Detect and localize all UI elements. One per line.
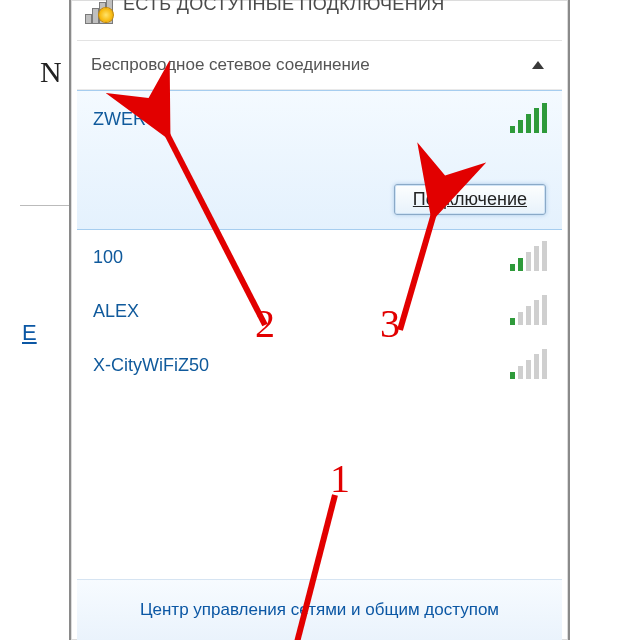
signal-strength-icon bbox=[510, 351, 548, 379]
bg-link-fragment: E bbox=[22, 320, 37, 346]
signal-strength-icon bbox=[510, 105, 548, 133]
network-item-alex[interactable]: ALEX bbox=[77, 284, 562, 338]
signal-strength-icon bbox=[510, 297, 548, 325]
network-item-zwer[interactable]: ZWER Подключение bbox=[77, 90, 562, 230]
network-flyout: ЕСТЬ ДОСТУПНЫЕ ПОДКЛЮЧЕНИЯ Беспроводное … bbox=[69, 0, 570, 640]
network-item-xcity[interactable]: X-CityWiFiZ50 bbox=[77, 338, 562, 392]
network-list: ZWER Подключение 100 ALEX X-CityWiFi bbox=[77, 90, 562, 392]
section-title: Беспроводное сетевое соединение bbox=[91, 55, 370, 75]
network-ssid: X-CityWiFiZ50 bbox=[93, 355, 209, 376]
network-ssid: ZWER bbox=[93, 109, 146, 130]
signal-strength-icon bbox=[510, 243, 548, 271]
network-item-100[interactable]: 100 bbox=[77, 230, 562, 284]
header-status: ЕСТЬ ДОСТУПНЫЕ ПОДКЛЮЧЕНИЯ bbox=[123, 0, 444, 15]
bg-text: N bbox=[40, 55, 62, 89]
footer-link-text: Центр управления сетями и общим доступом bbox=[140, 600, 499, 620]
background-page: N E bbox=[10, 55, 70, 605]
network-available-icon bbox=[85, 0, 115, 26]
network-center-link[interactable]: Центр управления сетями и общим доступом bbox=[77, 579, 562, 640]
network-ssid: ALEX bbox=[93, 301, 139, 322]
bg-divider bbox=[20, 205, 70, 206]
flyout-header: ЕСТЬ ДОСТУПНЫЕ ПОДКЛЮЧЕНИЯ bbox=[77, 0, 562, 41]
connect-button[interactable]: Подключение bbox=[394, 184, 546, 215]
chevron-up-icon bbox=[532, 61, 544, 69]
network-ssid: 100 bbox=[93, 247, 123, 268]
wireless-section-header[interactable]: Беспроводное сетевое соединение bbox=[77, 41, 562, 90]
